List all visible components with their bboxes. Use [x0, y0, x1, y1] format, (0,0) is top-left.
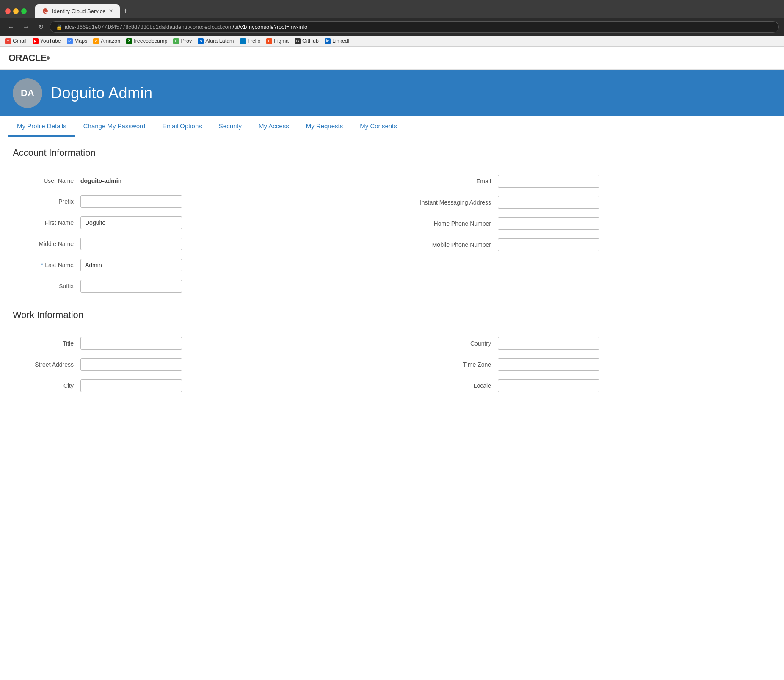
lastname-input[interactable]: [80, 259, 182, 271]
lastname-label: * Last Name: [13, 262, 80, 268]
bookmark-github[interactable]: G GitHub: [295, 38, 319, 44]
user-banner: DA Doguito Admin: [0, 70, 784, 116]
im-input[interactable]: [498, 196, 599, 209]
bookmark-prov[interactable]: P Prov: [173, 38, 192, 44]
bookmark-fcc[interactable]: λ freecodecamp: [126, 38, 167, 44]
email-input[interactable]: [498, 175, 599, 188]
tab-my-consents[interactable]: My Consents: [351, 116, 406, 137]
forward-btn[interactable]: →: [20, 22, 32, 32]
url-display: idcs-3669d1e0771645778c8d78308d1dafda.id…: [65, 24, 307, 30]
username-value: doguito-admin: [80, 175, 121, 187]
browser-titlebar: IC Identity Cloud Service ✕ +: [0, 0, 784, 18]
middlename-label: Middle Name: [13, 240, 80, 247]
lock-icon: 🔒: [56, 24, 62, 30]
locale-input[interactable]: [498, 379, 599, 392]
avatar: DA: [13, 78, 42, 108]
tab-my-requests[interactable]: My Requests: [298, 116, 352, 137]
city-input[interactable]: [80, 379, 182, 392]
refresh-btn[interactable]: ↻: [36, 22, 46, 32]
tab-title: Identity Cloud Service: [52, 8, 105, 14]
middlename-input[interactable]: [80, 238, 182, 250]
firstname-label: First Name: [13, 219, 80, 226]
form-row-firstname: First Name: [13, 212, 379, 233]
oracle-registered: ®: [47, 56, 50, 61]
title-input[interactable]: [80, 337, 182, 350]
tab-my-profile-details[interactable]: My Profile Details: [8, 116, 75, 137]
form-row-lastname: * Last Name: [13, 254, 379, 276]
account-divider: [13, 162, 771, 162]
form-row-city: City: [13, 375, 379, 396]
form-row-im: Instant Messaging Address: [405, 192, 771, 213]
bookmark-amazon[interactable]: a Amazon: [93, 38, 120, 44]
svg-text:IC: IC: [44, 10, 47, 14]
new-tab-btn[interactable]: +: [120, 5, 131, 17]
form-row-prefix: Prefix: [13, 191, 379, 212]
account-form-grid: User Name doguito-admin Prefix First Nam…: [13, 171, 771, 297]
form-row-title: Title: [13, 333, 379, 354]
address-bar: ← → ↻ 🔒 idcs-3669d1e0771645778c8d78308d1…: [0, 18, 784, 36]
form-row-suffix: Suffix: [13, 276, 379, 297]
mobilephone-input[interactable]: [498, 238, 599, 251]
form-row-locale: Locale: [405, 375, 771, 396]
form-row-country: Country: [405, 333, 771, 354]
suffix-input[interactable]: [80, 280, 182, 293]
work-section-title: Work Information: [13, 310, 771, 321]
bookmark-linkedin[interactable]: in Linkedl: [325, 38, 349, 44]
form-row-mobilephone: Mobile Phone Number: [405, 234, 771, 255]
tab-my-access[interactable]: My Access: [250, 116, 298, 137]
tab-close-btn[interactable]: ✕: [109, 8, 113, 14]
account-left-column: User Name doguito-admin Prefix First Nam…: [13, 171, 379, 297]
account-section-title: Account Information: [13, 147, 771, 158]
bookmark-youtube[interactable]: ▶ YouTube: [33, 38, 61, 44]
fcc-label: freecodecamp: [134, 38, 167, 44]
timezone-input[interactable]: [498, 358, 599, 371]
user-display-name: Doguito Admin: [51, 84, 153, 102]
country-input[interactable]: [498, 337, 599, 350]
tab-change-my-password[interactable]: Change My Password: [75, 116, 154, 137]
tab-favicon: IC: [42, 8, 49, 14]
oracle-header: ORACLE®: [0, 47, 784, 70]
homephone-input[interactable]: [498, 217, 599, 230]
maximize-dot[interactable]: [21, 8, 27, 14]
url-path: /ui/v1/myconsole?root=my-info: [233, 24, 308, 30]
prefix-input[interactable]: [80, 195, 182, 208]
locale-label: Locale: [405, 382, 498, 389]
address-input[interactable]: 🔒 idcs-3669d1e0771645778c8d78308d1dafda.…: [50, 21, 779, 33]
street-input[interactable]: [80, 358, 182, 371]
tab-email-options[interactable]: Email Options: [154, 116, 210, 137]
im-label: Instant Messaging Address: [405, 199, 498, 206]
tab-security[interactable]: Security: [210, 116, 250, 137]
username-label: User Name: [13, 177, 80, 184]
bookmark-alura[interactable]: a Alura Latam: [198, 38, 234, 44]
prefix-label: Prefix: [13, 198, 80, 205]
mobilephone-label: Mobile Phone Number: [405, 241, 498, 248]
form-row-homephone: Home Phone Number: [405, 213, 771, 234]
trello-favicon: T: [240, 38, 246, 44]
gmail-label: Gmail: [13, 38, 27, 44]
figma-favicon: F: [266, 38, 272, 44]
minimize-dot[interactable]: [13, 8, 19, 14]
alura-label: Alura Latam: [205, 38, 234, 44]
back-btn[interactable]: ←: [5, 22, 17, 32]
active-tab[interactable]: IC Identity Cloud Service ✕: [35, 4, 120, 18]
fcc-favicon: λ: [126, 38, 132, 44]
bookmark-maps[interactable]: M Maps: [67, 38, 88, 44]
title-label: Title: [13, 340, 80, 347]
work-form-grid: Title Street Address City Country: [13, 333, 771, 396]
bookmark-gmail[interactable]: M Gmail: [5, 38, 27, 44]
youtube-label: YouTube: [40, 38, 61, 44]
firstname-input[interactable]: [80, 216, 182, 229]
street-label: Street Address: [13, 361, 80, 368]
window-controls: [5, 5, 27, 17]
bookmark-figma[interactable]: F Figma: [266, 38, 289, 44]
bookmark-trello[interactable]: T Trello: [240, 38, 261, 44]
work-divider: [13, 324, 771, 324]
tab-bar: IC Identity Cloud Service ✕ +: [30, 4, 136, 18]
github-favicon: G: [295, 38, 301, 44]
close-dot[interactable]: [5, 8, 11, 14]
oracle-app: ORACLE® DA Doguito Admin My Profile Deta…: [0, 47, 784, 406]
work-left-column: Title Street Address City: [13, 333, 379, 396]
city-label: City: [13, 382, 80, 389]
country-label: Country: [405, 340, 498, 347]
suffix-label: Suffix: [13, 283, 80, 290]
